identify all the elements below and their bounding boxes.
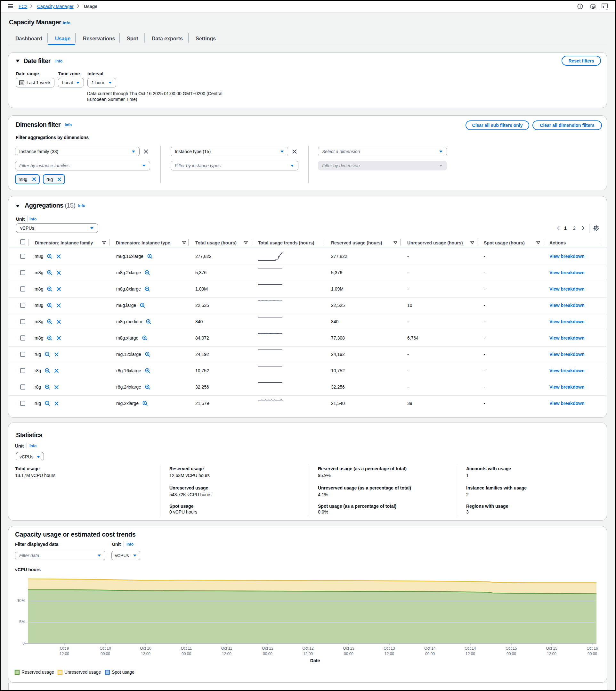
- svg-text:Oct 14: Oct 14: [465, 646, 476, 651]
- svg-text:12:00: 12:00: [384, 652, 394, 656]
- svg-text:00:00: 00:00: [101, 652, 110, 656]
- svg-text:12:00: 12:00: [60, 652, 69, 656]
- svg-text:Oct 13: Oct 13: [383, 646, 395, 651]
- svg-text:Spot usage: Spot usage: [112, 670, 134, 675]
- svg-text:00:00: 00:00: [344, 652, 353, 656]
- svg-text:12:00: 12:00: [222, 652, 232, 656]
- svg-text:Oct 14: Oct 14: [424, 646, 436, 651]
- svg-text:Oct 11: Oct 11: [221, 646, 233, 651]
- svg-text:5M: 5M: [19, 620, 25, 624]
- svg-text:Oct 13: Oct 13: [343, 646, 354, 651]
- svg-text:Oct 16: Oct 16: [587, 646, 598, 651]
- svg-text:Unreserved usage: Unreserved usage: [64, 670, 101, 675]
- svg-text:Reserved usage: Reserved usage: [21, 670, 54, 675]
- svg-text:00:00: 00:00: [181, 652, 191, 656]
- svg-text:00:00: 00:00: [425, 652, 435, 656]
- svg-text:10M: 10M: [17, 599, 25, 603]
- svg-text:00:00: 00:00: [588, 652, 597, 656]
- svg-text:Oct 15: Oct 15: [506, 646, 517, 651]
- svg-text:12:00: 12:00: [141, 652, 151, 656]
- svg-text:Oct 12: Oct 12: [262, 646, 273, 651]
- svg-text:0: 0: [22, 641, 25, 646]
- svg-text:Oct 9: Oct 9: [60, 646, 69, 651]
- svg-text:Oct 10: Oct 10: [100, 646, 111, 651]
- svg-text:12:00: 12:00: [303, 652, 313, 656]
- svg-text:Oct 15: Oct 15: [546, 646, 557, 651]
- svg-text:12:00: 12:00: [547, 652, 556, 656]
- svg-text:Oct 10: Oct 10: [140, 646, 151, 651]
- svg-text:Oct 12: Oct 12: [302, 646, 314, 651]
- svg-text:Date: Date: [310, 658, 320, 663]
- svg-text:12:00: 12:00: [465, 652, 475, 656]
- svg-text:Oct 11: Oct 11: [181, 646, 192, 651]
- svg-text:00:00: 00:00: [263, 652, 272, 656]
- svg-text:00:00: 00:00: [506, 652, 516, 656]
